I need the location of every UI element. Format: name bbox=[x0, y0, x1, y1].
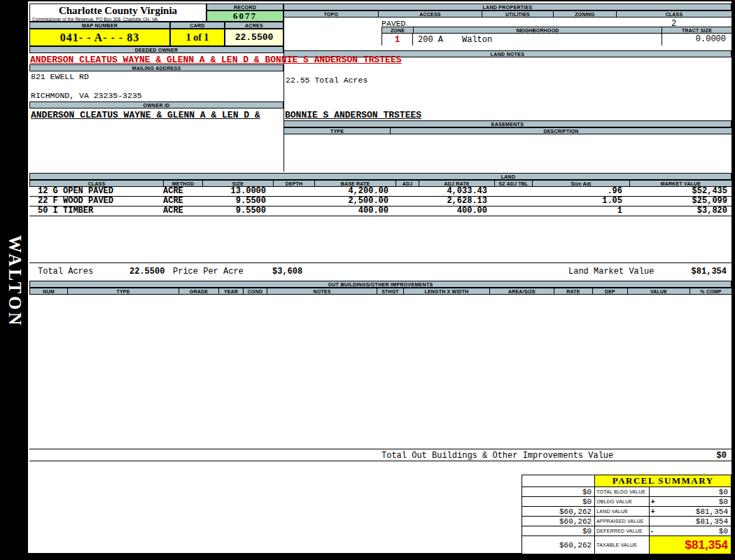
class-label: CLASS bbox=[617, 10, 732, 18]
land-row-class: 22 F WOOD PAVED bbox=[29, 197, 163, 206]
ob-col-type: TYPE bbox=[68, 288, 179, 295]
land-col-market-value: MARKET VALUE bbox=[630, 180, 732, 187]
ob-col-value: VALUE bbox=[628, 288, 690, 295]
obldg-value: $0 bbox=[719, 498, 728, 506]
deeded-owner-label: DEEDED OWNER bbox=[135, 48, 178, 52]
acres-label: ACRES bbox=[245, 23, 263, 28]
land-properties-header-row: TOPO ACCESS UTILITIES ZONING CLASS bbox=[284, 10, 732, 18]
land-row-base-rate: 2,500.00 bbox=[314, 197, 396, 206]
land-row-class: 12 G OPEN PAVED bbox=[29, 187, 163, 196]
land-row-sz-adj-tbl bbox=[494, 197, 532, 206]
ob-col-cond: COND bbox=[244, 288, 267, 295]
land-value: $81,354 bbox=[696, 507, 728, 516]
land-row-size-adj: .96 bbox=[532, 187, 629, 196]
out-buildings-title: OUT BUILDINGS/OTHER IMPROVEMENTS bbox=[328, 282, 433, 287]
easement-description-label: DESCRIPTION bbox=[391, 127, 732, 134]
record-card-content: LAND PROPERTIES TOPO ACCESS UTILITIES ZO… bbox=[28, 1, 732, 553]
county-title: Charlotte County Virginia bbox=[30, 5, 206, 17]
zone-value-box: 1 bbox=[382, 34, 413, 46]
map-number-label: MAP NUMBER bbox=[82, 23, 118, 28]
appraised-value-cell: $81,354 bbox=[649, 517, 731, 526]
land-row-depth bbox=[273, 197, 314, 206]
ob-col-year: YEAR bbox=[219, 288, 244, 295]
deferred-value: $0 bbox=[719, 527, 728, 536]
out-buildings-section-bar: OUT BUILDINGS/OTHER IMPROVEMENTS bbox=[29, 281, 732, 288]
land-row-market-value: $52,435 bbox=[629, 187, 732, 196]
land-table-header-row: CLASS METHOD SIZE DEPTH BASE RATE ADJ AD… bbox=[29, 180, 732, 187]
card-label: CARD bbox=[190, 23, 204, 28]
ob-col-pct-comp: % COMP bbox=[690, 288, 732, 295]
ob-col-sthgt: STHGT bbox=[377, 288, 404, 295]
access-label: ACCESS bbox=[379, 10, 482, 18]
land-value-label: LAND VALUE bbox=[595, 507, 650, 517]
owner-id-section-bar: OWNER ID bbox=[29, 102, 284, 108]
obldg-value-label: OBLDG VALUE bbox=[595, 497, 650, 507]
deferred-value-label: DEFERRED VALUE bbox=[595, 526, 650, 536]
map-number-value-box: 041- - A- - - 83 bbox=[29, 29, 170, 46]
mailing-address-line1: 821 EWELL RD bbox=[31, 72, 89, 81]
card-label-bar: CARD bbox=[170, 22, 225, 29]
total-bldg-value-label: TOTAL BLDG VALUE bbox=[595, 487, 650, 497]
obldg-prior-value: $0 bbox=[522, 497, 595, 507]
out-buildings-total-label: Total Out Buildings & Other Improvements… bbox=[382, 451, 613, 461]
land-row-market-value: $25,099 bbox=[629, 197, 732, 206]
land-col-method: METHOD bbox=[164, 180, 203, 187]
card-value: 1 of 1 bbox=[186, 32, 209, 43]
appraised-value: $81,354 bbox=[696, 517, 728, 526]
owner-id-part2: BONNIE S ANDERSON TRSTEES bbox=[285, 110, 421, 120]
total-acres-label: Total Acres bbox=[38, 267, 93, 276]
land-row-market-value: $3,820 bbox=[629, 206, 732, 216]
land-row-adj bbox=[396, 197, 419, 206]
acres-label-bar: ACRES bbox=[225, 22, 284, 29]
land-table-row: 12 G OPEN PAVED ACRE 13.0000 4,200.00 4,… bbox=[29, 187, 732, 197]
parcel-summary-title: PARCEL SUMMARY bbox=[595, 475, 732, 487]
land-row-depth bbox=[273, 187, 314, 196]
land-table-row: 50 I TIMBER ACRE 9.5500 400.00 400.00 1 … bbox=[29, 206, 732, 216]
land-row-adj-rate: 4,033.43 bbox=[419, 187, 494, 196]
parcel-summary-title-row: PARCEL SUMMARY bbox=[522, 475, 732, 487]
ob-col-notes: NOTES bbox=[267, 288, 377, 295]
out-buildings-total-value: $0 bbox=[717, 451, 727, 461]
land-row-depth bbox=[273, 206, 314, 216]
taxable-value: $81,354 bbox=[649, 536, 731, 554]
neighborhood-label: NEIGHBORHOOD bbox=[414, 27, 662, 34]
land-section-bar: LAND bbox=[29, 173, 732, 180]
owner-id-label: OWNER ID bbox=[143, 103, 169, 108]
land-col-adj: ADJ bbox=[396, 180, 419, 187]
land-table-row: 22 F WOOD PAVED ACRE 9.5500 2,500.00 2,6… bbox=[29, 197, 732, 206]
land-row-adj-rate: 2,628.13 bbox=[419, 197, 494, 206]
land-row-base-rate: 400.00 bbox=[314, 206, 396, 216]
tract-size-value: 0.0000 bbox=[662, 34, 732, 46]
land-row-base-rate: 4,200.00 bbox=[314, 187, 396, 196]
easement-type-label: TYPE bbox=[284, 127, 391, 134]
land-col-class: CLASS bbox=[30, 180, 164, 187]
zoning-label: ZONING bbox=[554, 10, 617, 18]
parcel-summary-row: $60,262 LAND VALUE + $81,354 bbox=[522, 507, 732, 517]
land-row-adj bbox=[396, 206, 419, 216]
card-value-box: 1 of 1 bbox=[170, 29, 225, 46]
land-prior-value: $60,262 bbox=[522, 507, 595, 517]
land-row-method: ACRE bbox=[163, 197, 202, 206]
parcel-summary-row: $60,262 APPRAISED VALUE $81,354 bbox=[522, 517, 732, 526]
record-value: 6077 bbox=[233, 10, 257, 22]
taxable-value-label: TAXABLE VALUE bbox=[595, 536, 650, 554]
zone-header-row: ZONE NEIGHBORHOOD TRACT SIZE bbox=[382, 27, 732, 34]
land-row-size: 9.5500 bbox=[202, 197, 273, 206]
ob-col-num: NUM bbox=[30, 288, 68, 295]
land-market-value: $81,354 bbox=[692, 267, 727, 276]
panel-divider bbox=[284, 4, 284, 172]
map-number-value: 041- - A- - - 83 bbox=[60, 31, 139, 44]
record-label-bar: RECORD bbox=[206, 4, 284, 10]
easements-section-bar: EASEMENTS bbox=[284, 120, 732, 127]
parcel-summary-table: PARCEL SUMMARY $0 TOTAL BLDG VALUE $0 $0… bbox=[522, 475, 732, 554]
land-properties-title: LAND PROPERTIES bbox=[482, 5, 532, 10]
mailing-address-label: MAILING ADDRESS bbox=[132, 66, 181, 71]
deeded-owner-value: ANDERSON CLEATUS WAYNE & GLENN A & LEN D… bbox=[30, 55, 402, 65]
land-col-size-adj: Size Adj bbox=[533, 180, 630, 187]
land-market-value-label: Land Market Value bbox=[568, 267, 654, 276]
land-row-adj-rate: 400.00 bbox=[419, 206, 494, 216]
land-notes-title: LAND NOTES bbox=[491, 52, 525, 57]
land-row-adj bbox=[396, 187, 419, 196]
total-bldg-prior-value: $0 bbox=[522, 487, 595, 497]
total-acres-value: 22.5500 bbox=[130, 267, 164, 276]
